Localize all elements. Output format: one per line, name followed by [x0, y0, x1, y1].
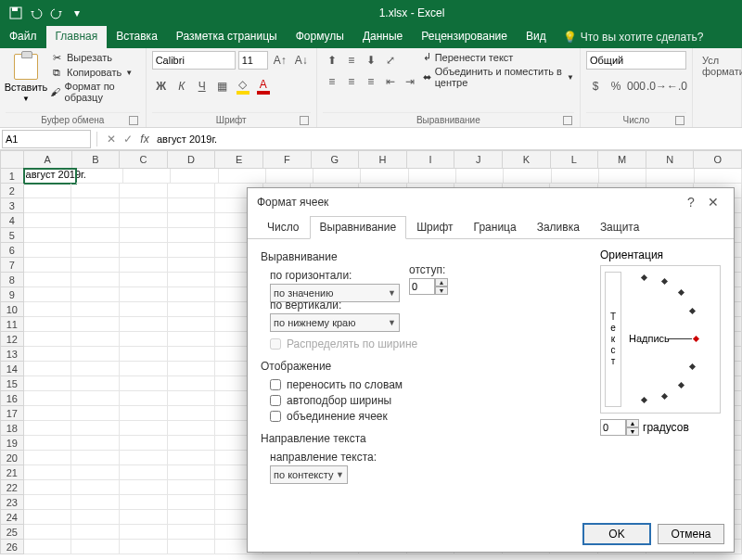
cell[interactable]: [120, 525, 168, 540]
cell[interactable]: [171, 169, 218, 184]
cell[interactable]: [168, 198, 216, 213]
row-header[interactable]: 4: [0, 213, 24, 228]
borders-button[interactable]: ▦: [213, 77, 232, 95]
column-header[interactable]: M: [598, 150, 646, 169]
tell-me-search[interactable]: 💡 Что вы хотите сделать?: [556, 26, 711, 48]
row-header[interactable]: 7: [0, 258, 24, 273]
increase-font-icon[interactable]: A↑: [271, 51, 289, 70]
row-header[interactable]: 5: [0, 228, 24, 243]
cell[interactable]: [168, 243, 216, 258]
accounting-format-icon[interactable]: $: [586, 77, 605, 95]
cell[interactable]: [71, 540, 120, 554]
cell[interactable]: [168, 258, 216, 273]
row-header[interactable]: 8: [0, 273, 24, 287]
cell[interactable]: [120, 510, 168, 525]
column-header[interactable]: I: [407, 150, 455, 169]
dialog-close-icon[interactable]: ✕: [702, 195, 724, 210]
italic-button[interactable]: К: [173, 77, 191, 95]
tab-review[interactable]: Рецензирование: [412, 26, 517, 48]
cell[interactable]: [24, 273, 72, 287]
column-header[interactable]: E: [215, 150, 263, 169]
orientation-control[interactable]: Текст Надпись: [600, 265, 721, 414]
cell[interactable]: [71, 421, 120, 436]
cell[interactable]: [24, 436, 72, 451]
cell[interactable]: [24, 525, 72, 540]
cell[interactable]: [24, 347, 72, 362]
format-painter-button[interactable]: 🖌Формат по образцу: [50, 81, 140, 103]
cell[interactable]: [24, 406, 72, 421]
vertical-text-button[interactable]: Текст: [605, 272, 621, 407]
column-header[interactable]: H: [359, 150, 407, 169]
column-header[interactable]: B: [72, 150, 121, 169]
cell[interactable]: [120, 406, 168, 421]
cell[interactable]: [168, 495, 216, 510]
row-header[interactable]: 16: [0, 391, 24, 406]
number-format-combo[interactable]: [586, 51, 686, 70]
cell[interactable]: [71, 287, 120, 302]
cell[interactable]: [24, 258, 72, 273]
tab-view[interactable]: Вид: [517, 26, 556, 48]
bold-button[interactable]: Ж: [152, 77, 171, 95]
cell[interactable]: [71, 391, 120, 406]
cell[interactable]: [71, 436, 120, 451]
cell[interactable]: [120, 243, 168, 258]
cell[interactable]: [24, 317, 72, 332]
dlg-tab-number[interactable]: Число: [257, 216, 310, 238]
cell[interactable]: [120, 421, 168, 436]
cell[interactable]: [168, 525, 216, 540]
indent-spinner[interactable]: ▲▼: [409, 278, 582, 295]
cell[interactable]: [123, 169, 171, 184]
align-left-icon[interactable]: ≡: [323, 72, 341, 91]
text-direction-combo[interactable]: по контексту▼: [270, 465, 348, 484]
cell[interactable]: [24, 510, 72, 525]
underline-button[interactable]: Ч: [193, 77, 211, 95]
copy-button[interactable]: ⧉Копировать▼: [50, 66, 140, 79]
redo-icon[interactable]: [46, 3, 67, 23]
clipboard-dialog-launcher[interactable]: [129, 116, 138, 125]
row-header[interactable]: 11: [0, 317, 24, 332]
column-header[interactable]: O: [694, 150, 742, 169]
column-header[interactable]: J: [454, 150, 503, 169]
v-align-combo[interactable]: по нижнему краю▼: [270, 313, 400, 332]
cell[interactable]: [120, 213, 168, 228]
name-box[interactable]: [2, 130, 91, 148]
cell[interactable]: [409, 169, 456, 184]
font-size-combo[interactable]: [238, 51, 268, 70]
spinner-up-icon[interactable]: ▲: [626, 419, 639, 427]
cell[interactable]: [120, 198, 168, 213]
cell[interactable]: [168, 540, 216, 554]
cell[interactable]: [168, 362, 216, 376]
cell[interactable]: [120, 391, 168, 406]
row-header[interactable]: 18: [0, 421, 24, 436]
spinner-down-icon[interactable]: ▼: [626, 427, 639, 436]
paste-button[interactable]: Вставить ▼: [6, 51, 46, 112]
cell[interactable]: [71, 228, 120, 243]
row-header[interactable]: 17: [0, 406, 24, 421]
cell[interactable]: [168, 421, 216, 436]
cell[interactable]: [71, 451, 120, 465]
cell[interactable]: [168, 480, 216, 495]
cell[interactable]: [168, 317, 216, 332]
cell[interactable]: [120, 317, 168, 332]
row-header[interactable]: 10: [0, 302, 24, 317]
dialog-help-icon[interactable]: ?: [680, 195, 702, 210]
cell[interactable]: [71, 376, 120, 391]
row-header[interactable]: 2: [0, 184, 24, 198]
decrease-decimal-icon[interactable]: ←.0: [668, 77, 686, 95]
row-header[interactable]: 24: [0, 510, 24, 525]
cell[interactable]: [24, 287, 72, 302]
cell[interactable]: [24, 495, 72, 510]
cell[interactable]: [71, 213, 120, 228]
cell[interactable]: [168, 347, 216, 362]
column-header[interactable]: F: [263, 150, 312, 169]
cell[interactable]: [24, 480, 72, 495]
cell[interactable]: [168, 406, 216, 421]
cell[interactable]: [120, 184, 168, 198]
dlg-tab-protection[interactable]: Защита: [590, 216, 650, 238]
alignment-dialog-launcher[interactable]: [563, 116, 572, 125]
increase-decimal-icon[interactable]: .0→: [647, 77, 666, 95]
row-header[interactable]: 20: [0, 451, 24, 465]
cell[interactable]: [552, 169, 599, 184]
comma-format-icon[interactable]: 000: [627, 77, 646, 95]
cell[interactable]: [456, 169, 504, 184]
